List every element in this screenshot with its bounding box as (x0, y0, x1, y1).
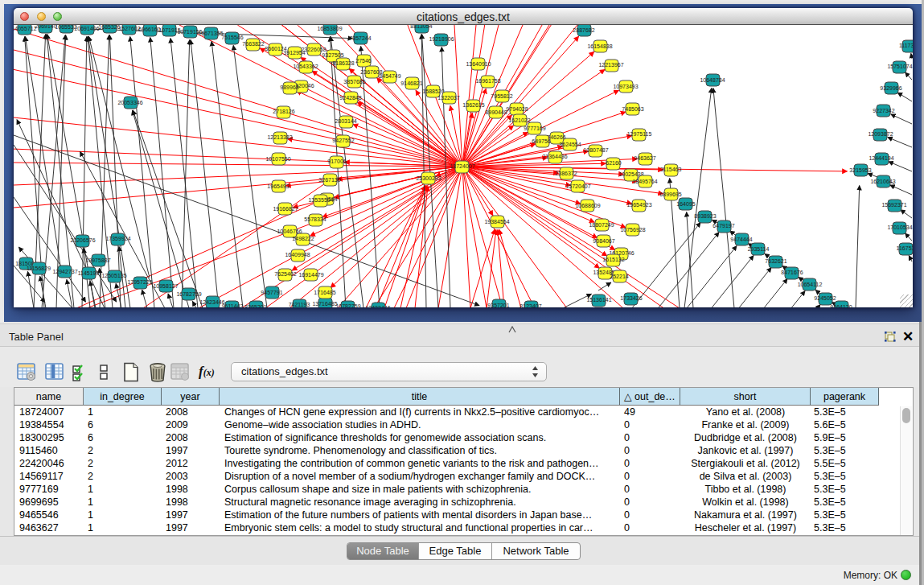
svg-text:2718126: 2718126 (273, 109, 294, 114)
svg-text:2935114: 2935114 (748, 246, 770, 252)
svg-text:12444194: 12444194 (869, 155, 893, 161)
svg-text:1615132: 1615132 (602, 257, 624, 262)
svg-text:10807487: 10807487 (583, 147, 608, 153)
svg-text:23226058: 23226058 (301, 47, 326, 52)
svg-text:1117344: 1117344 (899, 43, 913, 48)
svg-text:16154838: 16154838 (587, 43, 612, 49)
svg-text:8471676: 8471676 (781, 270, 803, 275)
svg-text:1145190: 1145190 (78, 270, 100, 276)
svg-text:12213383: 12213383 (267, 134, 292, 140)
svg-text:12505135: 12505135 (101, 273, 126, 278)
svg-text:6479197: 6479197 (713, 223, 734, 229)
svg-text:2069140: 2069140 (35, 25, 56, 29)
svg-text:18724007: 18724007 (450, 163, 474, 169)
svg-text:12423446: 12423446 (365, 305, 390, 307)
svg-text:10756928: 10756928 (620, 227, 645, 233)
svg-text:9146821: 9146821 (400, 80, 422, 86)
svg-text:16961758: 16961758 (475, 78, 500, 84)
svg-text:252214: 252214 (610, 274, 628, 279)
svg-text:20053346: 20053346 (117, 100, 142, 105)
svg-text:12942737: 12942737 (52, 269, 77, 274)
svg-text:7632621: 7632621 (765, 258, 786, 264)
svg-text:9084067: 9084067 (593, 238, 614, 244)
svg-text:1621022: 1621022 (508, 117, 530, 123)
svg-text:6899695: 6899695 (659, 192, 681, 197)
svg-text:1322037: 1322037 (437, 95, 459, 101)
svg-text:10654112: 10654112 (798, 282, 823, 287)
svg-text:15692371: 15692371 (881, 202, 906, 208)
svg-text:3857685: 3857685 (343, 79, 365, 84)
svg-text:2803144: 2803144 (335, 118, 356, 124)
svg-text:19975887: 19975887 (85, 257, 110, 263)
svg-text:20206576: 20206576 (70, 237, 95, 243)
svg-text:13535594: 13535594 (308, 197, 333, 203)
svg-text:746266: 746266 (547, 134, 565, 140)
svg-text:9794028: 9794028 (506, 106, 528, 112)
svg-text:16782759: 16782759 (176, 291, 201, 297)
svg-text:10543362: 10543362 (293, 64, 318, 69)
svg-text:19384554: 19384554 (484, 219, 509, 225)
svg-text:9329966: 9329966 (880, 85, 901, 91)
svg-text:18807249: 18807249 (589, 222, 614, 228)
svg-text:2386372: 2386372 (555, 171, 577, 176)
svg-text:7515546: 7515546 (221, 35, 243, 40)
svg-text:5578334: 5578334 (304, 216, 326, 222)
svg-text:6966160: 6966160 (138, 27, 160, 32)
svg-text:10648784: 10648784 (700, 77, 725, 83)
svg-text:9463627: 9463627 (634, 155, 655, 161)
svg-text:1362615: 1362615 (462, 102, 484, 108)
svg-text:9327505: 9327505 (322, 52, 343, 58)
svg-text:10958127: 10958127 (153, 283, 178, 289)
svg-text:7625402: 7625402 (274, 271, 296, 277)
svg-text:16409948: 16409948 (285, 252, 310, 257)
svg-text:16914479: 16914479 (298, 272, 323, 278)
svg-text:15751074: 15751074 (887, 64, 912, 69)
svg-text:3115463: 3115463 (660, 167, 682, 172)
svg-text:19654923: 19654923 (626, 202, 651, 208)
svg-text:9777169: 9777169 (524, 126, 545, 131)
svg-text:7421193: 7421193 (289, 302, 310, 307)
svg-text:7955812: 7955812 (491, 93, 512, 99)
svg-text:7663822: 7663822 (242, 41, 264, 47)
svg-text:9242848: 9242848 (339, 95, 361, 101)
svg-text:1685326: 1685326 (98, 25, 120, 30)
svg-text:19166827: 19166827 (273, 206, 298, 212)
svg-text:8990448: 8990448 (485, 109, 507, 115)
svg-text:1965493: 1965493 (267, 183, 289, 189)
svg-text:17010534: 17010534 (887, 225, 912, 230)
svg-text:8813054: 8813054 (410, 25, 432, 29)
svg-text:12093872: 12093872 (868, 131, 893, 137)
svg-text:9357201: 9357201 (487, 303, 509, 307)
svg-text:3624554: 3624554 (559, 142, 581, 147)
svg-text:16210643: 16210643 (870, 179, 895, 184)
svg-text:9245052: 9245052 (814, 295, 836, 301)
svg-text:12213967: 12213967 (598, 62, 623, 68)
svg-text:25300293: 25300293 (416, 175, 441, 181)
svg-text:3215953: 3215953 (849, 167, 871, 173)
svg-text:1716485: 1716485 (314, 290, 335, 295)
svg-text:16671355: 16671355 (198, 31, 223, 36)
svg-text:9464120: 9464120 (830, 304, 852, 307)
svg-text:9427552: 9427552 (332, 138, 354, 143)
svg-text:14055712: 14055712 (14, 26, 37, 31)
svg-text:11156829: 11156829 (27, 266, 51, 271)
svg-text:13640910: 13640910 (466, 61, 491, 67)
svg-text:10688609: 10688609 (575, 203, 600, 208)
svg-text:10782759: 10782759 (335, 303, 360, 307)
svg-text:15720407: 15720407 (565, 183, 590, 189)
svg-text:1498222: 1498222 (292, 236, 314, 241)
svg-text:9457791: 9457791 (261, 290, 282, 295)
svg-text:2887682: 2887682 (573, 27, 594, 33)
svg-text:17359924: 17359924 (105, 236, 130, 241)
svg-text:9611442: 9611442 (222, 303, 244, 307)
svg-text:15136141: 15136141 (586, 297, 611, 303)
svg-text:10107550: 10107550 (265, 156, 290, 162)
svg-text:21364436: 21364436 (542, 154, 567, 159)
svg-text:8454749: 8454749 (379, 73, 400, 79)
svg-text:917006: 917006 (327, 159, 346, 164)
svg-text:18495764: 18495764 (632, 179, 657, 184)
svg-text:9474444: 9474444 (730, 237, 752, 242)
svg-text:17957225: 17957225 (127, 279, 152, 285)
svg-text:20691406: 20691406 (74, 26, 99, 31)
svg-text:27546: 27546 (355, 58, 372, 64)
